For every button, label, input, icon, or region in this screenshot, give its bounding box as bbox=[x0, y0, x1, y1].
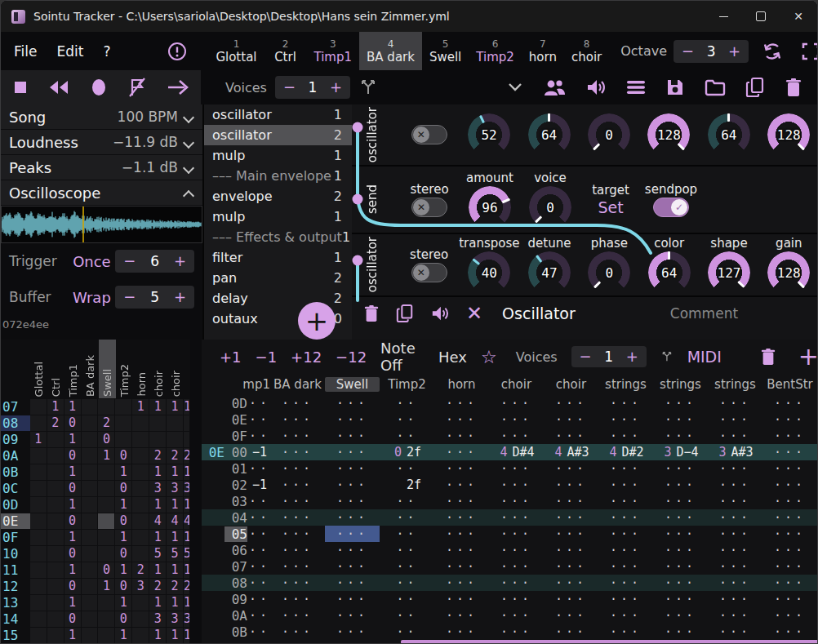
order-cell[interactable]: 1 bbox=[64, 530, 81, 545]
open-button[interactable] bbox=[705, 78, 726, 96]
order-cell[interactable] bbox=[30, 497, 47, 513]
pattern-cell[interactable]: ··· bbox=[325, 477, 380, 493]
pattern-cell[interactable]: ··· bbox=[653, 509, 708, 526]
order-cell[interactable]: 1 bbox=[184, 497, 189, 513]
knob-param[interactable]: 64 bbox=[528, 113, 571, 156]
order-cell[interactable] bbox=[82, 432, 98, 447]
unit-list-item[interactable]: envelope2 bbox=[204, 186, 352, 207]
pattern-cell[interactable]: ··· bbox=[544, 411, 598, 428]
delete-button[interactable] bbox=[785, 78, 802, 97]
knob-shape[interactable]: 127 bbox=[708, 251, 750, 294]
pattern-cell[interactable]: ··· bbox=[270, 526, 325, 542]
instrument-tab-7[interactable]: 7horn bbox=[522, 32, 564, 70]
order-cell[interactable]: 5 bbox=[149, 546, 166, 562]
order-cell[interactable] bbox=[82, 481, 98, 496]
order-cell[interactable]: 0 bbox=[115, 448, 131, 464]
order-row-label[interactable]: 11 bbox=[1, 562, 30, 578]
pattern-cell[interactable]: ··· bbox=[544, 428, 598, 444]
pattern-cell[interactable]: ·· bbox=[249, 591, 270, 607]
order-cell[interactable]: 1 bbox=[64, 497, 81, 513]
order-cell[interactable]: 0 bbox=[115, 611, 131, 627]
order-cell[interactable]: 1 bbox=[47, 399, 64, 415]
pattern-cell[interactable]: 4A#3 bbox=[544, 444, 598, 460]
order-cell[interactable] bbox=[47, 497, 64, 513]
order-cell[interactable] bbox=[30, 546, 47, 562]
pattern-cell[interactable]: ··· bbox=[544, 575, 598, 591]
pattern-cell[interactable]: ··· bbox=[653, 395, 708, 411]
pattern-cell[interactable]: ··· bbox=[708, 624, 762, 640]
delete-track-button[interactable] bbox=[760, 348, 776, 366]
add-unit-button[interactable]: + bbox=[298, 302, 336, 340]
order-row-label[interactable]: 12 bbox=[1, 579, 30, 594]
order-column-header-choir[interactable]: choir bbox=[167, 340, 184, 398]
order-cell[interactable] bbox=[47, 513, 64, 529]
buffer-increment-button[interactable]: + bbox=[166, 286, 194, 308]
pattern-cell[interactable]: ··· bbox=[598, 575, 653, 591]
pattern-cell[interactable]: ·· bbox=[380, 526, 434, 542]
pattern-cell[interactable]: ··· bbox=[434, 428, 489, 444]
pattern-cell[interactable]: ··· bbox=[270, 575, 325, 591]
order-cell[interactable]: 0 bbox=[64, 448, 81, 464]
track-voices-decrement-button[interactable]: − bbox=[571, 346, 600, 367]
rewind-button[interactable] bbox=[47, 79, 70, 95]
order-cell[interactable] bbox=[47, 546, 64, 562]
pattern-cell[interactable]: ··· bbox=[489, 460, 544, 477]
pattern-cell[interactable]: ··· bbox=[762, 542, 817, 558]
order-cell[interactable]: 2 bbox=[149, 579, 166, 594]
star-icon[interactable]: ☆ bbox=[481, 347, 497, 367]
pattern-cell[interactable]: ··· bbox=[653, 526, 708, 542]
order-cell[interactable]: 2 bbox=[167, 579, 183, 594]
order-cell[interactable]: 1 bbox=[115, 562, 131, 578]
order-cell[interactable]: 1 bbox=[184, 595, 189, 611]
loudness-row[interactable]: Loudness −11.9 dB bbox=[1, 130, 202, 154]
order-cell[interactable] bbox=[132, 611, 149, 627]
order-cell[interactable]: 1 bbox=[184, 530, 189, 545]
pattern-cell[interactable]: ··· bbox=[598, 395, 653, 411]
track-header-choir[interactable]: choir bbox=[544, 377, 598, 392]
horizontal-scrollbar[interactable] bbox=[401, 640, 818, 644]
order-column-header-Glottal[interactable]: Glottal bbox=[30, 340, 47, 398]
order-cell[interactable]: 0 bbox=[115, 546, 131, 562]
order-cell[interactable] bbox=[30, 415, 47, 431]
order-cell[interactable] bbox=[149, 415, 166, 431]
track-header-strings[interactable]: strings bbox=[598, 377, 653, 392]
order-cell[interactable]: 1 bbox=[167, 628, 183, 643]
track-header-strings[interactable]: strings bbox=[708, 377, 762, 392]
order-cell[interactable] bbox=[30, 448, 47, 464]
pattern-cell[interactable]: ·· bbox=[249, 558, 270, 575]
pattern-cell[interactable]: ··· bbox=[708, 575, 762, 591]
delete-unit-button[interactable] bbox=[363, 304, 380, 322]
order-cell[interactable]: 2 bbox=[98, 415, 114, 431]
pattern-cell[interactable]: ··· bbox=[270, 460, 325, 477]
pattern-cell[interactable]: ··· bbox=[434, 607, 489, 624]
pattern-cell[interactable]: ··· bbox=[270, 444, 325, 460]
pattern-cell[interactable]: ··· bbox=[325, 558, 380, 575]
pattern-cell[interactable]: ··· bbox=[325, 460, 380, 477]
fullscreen-button[interactable] bbox=[801, 42, 818, 61]
sendpop-toggle[interactable]: ✓ bbox=[653, 198, 689, 217]
unit-list-item[interactable]: ––– Effects & output1 bbox=[204, 227, 352, 247]
order-cell[interactable]: 1 bbox=[64, 464, 81, 480]
order-cell[interactable]: 0 bbox=[64, 546, 81, 562]
save-button[interactable] bbox=[665, 78, 685, 97]
minimize-button[interactable] bbox=[705, 1, 742, 32]
order-cell[interactable] bbox=[47, 464, 64, 480]
pattern-cell[interactable]: ··· bbox=[544, 509, 598, 526]
pattern-cell[interactable]: ··· bbox=[653, 428, 708, 444]
order-cell[interactable]: 2 bbox=[167, 448, 183, 464]
alert-button[interactable] bbox=[167, 42, 187, 61]
pattern-cell[interactable]: ··· bbox=[708, 558, 762, 575]
pattern-cell[interactable]: 3A#3 bbox=[708, 444, 762, 460]
pattern-cell[interactable]: ··· bbox=[598, 428, 653, 444]
order-row-label[interactable]: 0D bbox=[1, 497, 30, 513]
order-cell[interactable] bbox=[132, 513, 149, 529]
order-cell[interactable] bbox=[98, 497, 114, 513]
order-cell[interactable] bbox=[132, 497, 149, 513]
order-cell[interactable] bbox=[132, 546, 149, 562]
order-cell[interactable] bbox=[184, 432, 189, 447]
pattern-cell[interactable]: ··· bbox=[489, 509, 544, 526]
order-cell[interactable]: 1 bbox=[167, 464, 183, 480]
order-cell[interactable]: 0 bbox=[115, 579, 131, 594]
pattern-cell[interactable]: ··· bbox=[653, 411, 708, 428]
voices-decrement-button[interactable]: − bbox=[275, 77, 304, 98]
